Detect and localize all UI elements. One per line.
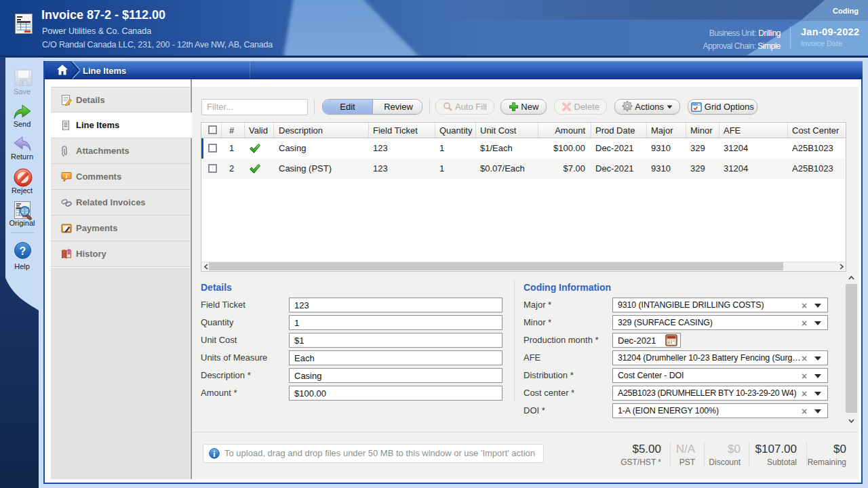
svg-text:?: ? xyxy=(20,245,26,257)
